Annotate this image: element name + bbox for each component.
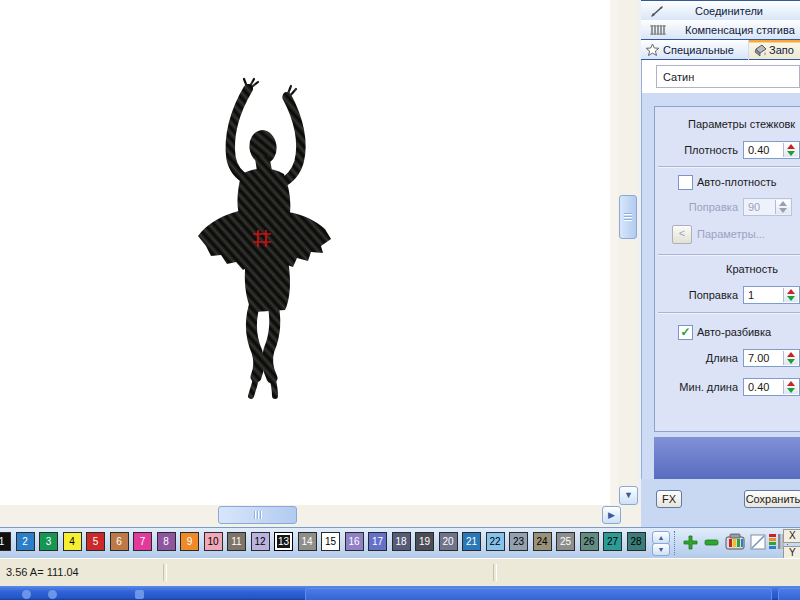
status-divider — [493, 564, 497, 581]
quick-launch-icon[interactable] — [135, 590, 144, 599]
palette-swatch-1[interactable]: 1 — [0, 532, 11, 551]
paint-bucket-icon — [752, 43, 769, 57]
more-params-label: Параметры... — [697, 228, 765, 240]
no-color-icon[interactable] — [750, 534, 766, 550]
palette-swatch-25[interactable]: 25 — [556, 532, 575, 551]
palette-swatch-16[interactable]: 16 — [345, 532, 364, 551]
correction-spinner — [775, 200, 790, 214]
ballerina-embroidery-design — [0, 0, 610, 505]
min-length-input[interactable]: 0.40 — [743, 378, 800, 396]
quick-launch-icon[interactable] — [48, 590, 57, 599]
divider — [658, 254, 800, 255]
status-divider — [163, 564, 167, 581]
tab-fill[interactable]: Запо — [749, 40, 800, 60]
palette-swatch-7[interactable]: 7 — [133, 532, 152, 551]
divider — [658, 312, 800, 313]
tab-fill-label: Запо — [769, 44, 794, 56]
section-title-multiplicity: Кратность — [678, 263, 778, 275]
palette-swatch-5[interactable]: 5 — [86, 532, 105, 551]
section-title-stitch-params: Параметры стежковк — [688, 118, 800, 130]
length-spinner[interactable] — [783, 351, 798, 365]
correction-label: Поправка — [650, 201, 738, 213]
horizontal-scrollbar[interactable]: ▶ — [0, 505, 641, 527]
palette-swatch-11[interactable]: 11 — [227, 532, 246, 551]
palette-swatch-24[interactable]: 24 — [533, 532, 552, 551]
palette-swatch-14[interactable]: 14 — [298, 532, 317, 551]
horizontal-scrollbar-thumb[interactable] — [218, 506, 297, 524]
taskbar-window-button[interactable] — [305, 588, 772, 600]
palette-swatch-4[interactable]: 4 — [63, 532, 82, 551]
stitch-type-field[interactable]: Сатин — [656, 65, 800, 88]
status-bar: 3.56 A= 111.04 — [0, 558, 800, 586]
fx-button[interactable]: FX — [656, 490, 682, 508]
density-spinner[interactable] — [783, 143, 798, 157]
palette-swatch-9[interactable]: 9 — [180, 532, 199, 551]
star-icon — [645, 43, 660, 57]
multiplicity-spinner[interactable] — [783, 288, 798, 302]
tab-special-label: Специальные — [663, 44, 734, 56]
quick-launch-icon[interactable] — [22, 590, 31, 599]
palette-swatch-12[interactable]: 12 — [251, 532, 270, 551]
palette-swatch-20[interactable]: 20 — [439, 532, 458, 551]
palette-scroll-down-button[interactable]: ▼ — [652, 543, 670, 556]
palette-swatch-8[interactable]: 8 — [157, 532, 176, 551]
coord-x-field[interactable]: X — [783, 529, 800, 543]
palette-swatch-26[interactable]: 26 — [580, 532, 599, 551]
palette-swatch-27[interactable]: 27 — [603, 532, 622, 551]
palette-swatch-28[interactable]: 28 — [627, 532, 646, 551]
divider — [658, 166, 800, 167]
scroll-right-button[interactable]: ▶ — [602, 506, 621, 524]
stitch-hatch-icon — [649, 23, 667, 37]
stitch-type-value: Сатин — [663, 71, 694, 83]
tab-special[interactable]: Специальные — [641, 40, 748, 60]
palette-swatch-23[interactable]: 23 — [509, 532, 528, 551]
windows-taskbar[interactable] — [0, 586, 800, 600]
thread-catalog-icon[interactable] — [725, 533, 746, 552]
vertical-scrollbar-thumb[interactable] — [619, 195, 637, 239]
min-length-label: Мин. длина — [650, 381, 738, 393]
multiplicity-correction-label: Поправка — [650, 289, 738, 301]
correction-input-disabled: 90 — [743, 198, 792, 216]
length-input[interactable]: 7.00 — [743, 349, 800, 367]
density-label: Плотность — [650, 144, 738, 156]
taskbar-window-button[interactable] — [778, 588, 800, 600]
tab-compensation[interactable]: Компенсация стягива — [641, 20, 800, 40]
palette-swatch-6[interactable]: 6 — [110, 532, 129, 551]
multiplicity-correction-input[interactable]: 1 — [743, 286, 800, 304]
connector-line-icon — [649, 4, 665, 18]
auto-density-label: Авто-плотность — [697, 176, 777, 188]
save-button[interactable]: Сохранить — [744, 490, 800, 508]
palette-swatch-15[interactable]: 15 — [321, 532, 340, 551]
min-length-spinner[interactable] — [783, 380, 798, 394]
ballerina-silhouette — [198, 79, 331, 396]
tab-connectors[interactable]: Соединители — [641, 0, 800, 21]
vertical-scrollbar[interactable]: ▼ — [618, 0, 638, 505]
palette-swatch-19[interactable]: 19 — [415, 532, 434, 551]
auto-density-checkbox[interactable]: ✓ — [678, 175, 693, 190]
density-input[interactable]: 0.40 — [743, 141, 800, 159]
palette-swatch-17[interactable]: 17 — [368, 532, 387, 551]
auto-split-label: Авто-разбивка — [697, 326, 771, 338]
status-measurements: 3.56 A= 111.04 — [6, 566, 79, 578]
panel-spacer-block — [654, 437, 800, 479]
tab-compensation-label: Компенсация стягива — [685, 24, 795, 36]
palette-swatch-13[interactable]: 13 — [274, 532, 293, 551]
add-color-icon[interactable] — [683, 535, 698, 550]
toolbar-separator — [674, 531, 676, 555]
scroll-down-button[interactable]: ▼ — [619, 486, 638, 505]
tab-connectors-label: Соединители — [695, 5, 763, 17]
palette-swatch-22[interactable]: 22 — [486, 532, 505, 551]
length-label: Длина — [650, 352, 738, 364]
design-canvas[interactable] — [0, 0, 610, 505]
palette-swatch-2[interactable]: 2 — [16, 532, 35, 551]
palette-swatch-18[interactable]: 18 — [392, 532, 411, 551]
palette-swatch-3[interactable]: 3 — [39, 532, 58, 551]
palette-swatch-21[interactable]: 21 — [462, 532, 481, 551]
thread-color-palette-bar: 1234567891011121314151617181920212223242… — [0, 527, 800, 558]
palette-swatch-10[interactable]: 10 — [204, 532, 223, 551]
auto-split-checkbox[interactable]: ✓ — [678, 325, 693, 340]
more-params-button[interactable]: < — [672, 225, 692, 244]
remove-color-icon[interactable] — [704, 539, 719, 546]
canvas-gutter — [610, 0, 618, 527]
